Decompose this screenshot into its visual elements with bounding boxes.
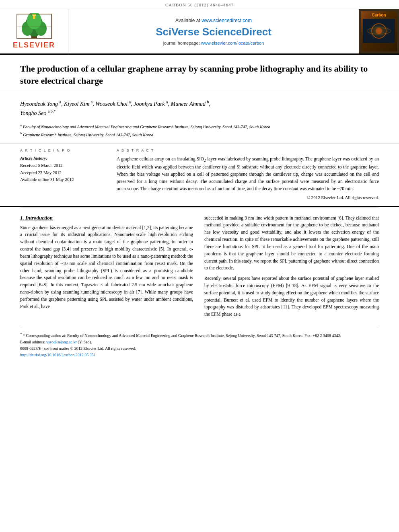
footnotes-section: * * Corresponding author at: Faculty of … [20,328,379,358]
doi-link[interactable]: http://dx.doi.org/10.1016/j.carbon.2012.… [20,353,96,357]
received-date: Received 6 March 2012 [20,162,105,169]
main-content: 1. Introduction Since graphene has emerg… [0,207,399,321]
right-body-text-1: succeeded in making 3 nm line width patt… [204,215,379,272]
article-title-section: The production of a cellular graphene ar… [0,55,399,93]
article-info-col: A R T I C L E I N F O Article history: R… [20,148,105,199]
carbon-cover-inner: Carbon [361,11,397,51]
abstract-col: A B S T R A C T A graphene cellular arra… [117,148,379,199]
carbon-cover-image [363,19,395,43]
email-link[interactable]: yseo@sejong.ac.kr [46,340,77,344]
elsevier-tree-icon [16,13,52,39]
elsevier-logo-box: ELSEVIER [0,9,68,53]
affiliation-b: b Graphene Research Institute, Sejong Un… [20,130,379,138]
info-abstract-section: A R T I C L E I N F O Article history: R… [0,144,399,207]
journal-bar: CARBON 50 (2012) 4640–4647 [0,0,399,9]
page-wrapper: CARBON 50 (2012) 4640–4647 ELSEVIER [0,0,399,532]
accepted-date: Accepted 23 May 2012 [20,169,105,177]
left-col: 1. Introduction Since graphene has emerg… [20,215,193,321]
article-title: The production of a cellular graphene ar… [20,63,379,86]
sciverse-url-link[interactable]: www.sciencedirect.com [202,18,252,23]
right-body-text-2: Recently, several papers have reported a… [204,275,379,318]
authors-section: Hyeondeuk Yong a, Kiyeol Kim a, Wooseok … [0,93,399,120]
journal-homepage: journal homepage: www.elsevier.com/locat… [163,41,264,45]
abstract-text: A graphene cellular array on an insulati… [117,156,379,192]
affiliation-a: a Faculty of Nanotechnology and Advanced… [20,122,379,130]
left-body-text-1: Since graphene has emerged as a next gen… [20,224,193,310]
footnote-email: E-mail address: yseo@sejong.ac.kr (Y. Se… [20,339,379,345]
svg-point-12 [367,28,391,34]
journal-citation: CARBON 50 (2012) 4640–4647 [165,2,234,7]
section-heading: Introduction [25,215,53,221]
carbon-cover-title: Carbon [372,13,386,17]
right-col: succeeded in making 3 nm line width patt… [204,215,379,321]
sciverse-center: Available at www.sciencedirect.com SciVe… [68,9,359,53]
article-info-title: A R T I C L E I N F O [20,148,105,152]
footnote-issn: 0008-6223/$ - see front matter © 2012 El… [20,345,379,352]
footnote-doi: http://dx.doi.org/10.1016/j.carbon.2012.… [20,352,379,358]
abstract-title: A B S T R A C T [117,148,379,152]
copyright-line: © 2012 Elsevier Ltd. All rights reserved… [117,195,379,200]
elsevier-label: ELSEVIER [13,41,55,49]
section-title-intro: 1. Introduction [20,215,193,221]
svg-point-11 [376,28,382,34]
available-at-text: Available at www.sciencedirect.com [175,18,252,23]
available-date: Available online 31 May 2012 [20,176,105,183]
affiliations-section: a Faculty of Nanotechnology and Advanced… [0,121,399,144]
carbon-cover-box: Carbon [359,9,399,53]
sciverse-title: SciVerse ScienceDirect [156,26,271,38]
journal-homepage-link[interactable]: www.elsevier.com/locate/carbon [201,41,264,45]
svg-point-10 [372,24,386,38]
footnote-corresponding: * * Corresponding author at: Faculty of … [20,331,379,339]
header-section: ELSEVIER Available at www.sciencedirect.… [0,9,399,55]
article-history-label: Article history: [20,156,105,160]
section-number: 1. [20,215,24,221]
authors-line: Hyeondeuk Yong a, Kiyeol Kim a, Wooseok … [20,99,379,117]
svg-rect-9 [363,19,395,43]
